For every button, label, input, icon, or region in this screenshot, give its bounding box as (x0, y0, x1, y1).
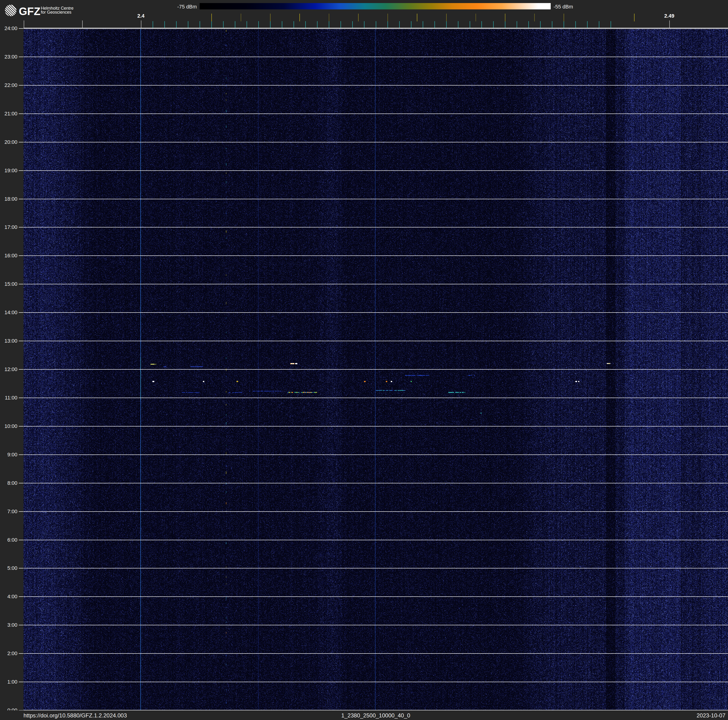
time-axis-label: 3:00 (0, 622, 17, 628)
freq-minor-tick-teal (610, 21, 611, 28)
freq-minor-tick-teal (517, 21, 517, 28)
time-axis-tick (19, 426, 23, 426)
freq-minor-tick-teal (470, 21, 470, 28)
time-axis-label: 24:00 (0, 25, 17, 32)
freq-peak-tick-yellow (387, 14, 388, 21)
time-axis-tick (19, 199, 23, 199)
time-axis-tick (19, 312, 23, 313)
freq-minor-tick-teal (200, 21, 200, 28)
time-axis-tick (19, 653, 23, 654)
freq-minor-tick-teal (246, 21, 247, 28)
freq-minor-tick-teal (446, 21, 447, 28)
time-axis-tick (19, 369, 23, 370)
freq-minor-tick-teal (493, 21, 494, 28)
freq-axis-label: 2.4 (130, 13, 151, 19)
time-axis-label: 18:00 (0, 196, 17, 202)
logo-name-line2: for Geosciences (41, 10, 73, 14)
freq-peak-tick-yellow (358, 14, 359, 21)
logo-acronym: GFZ (19, 5, 40, 18)
freq-minor-tick-teal (434, 21, 435, 28)
freq-minor-tick-teal (352, 21, 353, 28)
time-axis-tick (19, 142, 23, 142)
freq-minor-tick-teal (528, 21, 529, 28)
freq-minor-tick-teal (341, 21, 341, 28)
freq-minor-tick-teal (564, 21, 564, 28)
freq-peak-tick-yellow (564, 14, 564, 21)
time-axis-tick (19, 227, 23, 227)
colorbar-min-label: -75 dBm (162, 4, 197, 10)
freq-peak-tick-yellow (505, 14, 505, 21)
time-axis-tick (19, 341, 23, 341)
freq-minor-tick-teal (599, 21, 599, 28)
freq-minor-tick-teal (540, 21, 541, 28)
freq-minor-tick-teal (270, 21, 271, 28)
time-axis-label: 12:00 (0, 366, 17, 372)
freq-minor-tick-teal (223, 21, 223, 28)
freq-peak-tick-yellow (241, 14, 241, 21)
time-axis-label: 8:00 (0, 480, 17, 486)
footer-bar: 1_2380_2500_10000_40_0 https://doi.org/1… (0, 710, 728, 720)
time-axis-tick (19, 568, 23, 568)
freq-minor-tick-teal (482, 21, 482, 28)
colorbar-max-label: -55 dBm (554, 4, 601, 10)
time-axis-label: 19:00 (0, 167, 17, 174)
time-axis-label: 21:00 (0, 111, 17, 117)
freq-minor-tick-teal (411, 21, 411, 28)
time-axis-label: 17:00 (0, 224, 17, 230)
time-axis-tick (19, 256, 23, 256)
colorbar-gradient (200, 3, 551, 9)
time-axis-tick (19, 85, 23, 86)
gfz-logo-icon (5, 5, 17, 16)
spectrogram-canvas (23, 28, 728, 710)
time-axis-label: 6:00 (0, 537, 17, 543)
freq-peak-tick-yellow (476, 14, 476, 21)
time-axis-tick (19, 170, 23, 171)
frequency-axis-baseline (23, 28, 728, 28)
time-axis-label: 2:00 (0, 650, 17, 657)
time-axis-label: 22:00 (0, 82, 17, 88)
freq-minor-tick-teal (387, 21, 388, 28)
freq-minor-tick-teal (329, 21, 329, 28)
freq-minor-tick-teal (294, 21, 294, 28)
freq-minor-tick-teal (399, 21, 400, 28)
freq-minor-tick-teal (211, 21, 212, 28)
freq-peak-tick-yellow (300, 14, 300, 21)
dataset-id-text: 1_2380_2500_10000_40_0 (23, 712, 728, 719)
time-axis-tick (19, 57, 23, 57)
time-axis-tick (19, 483, 23, 483)
time-axis-tick (19, 596, 23, 597)
freq-major-tick (141, 20, 141, 28)
freq-minor-tick-teal (552, 21, 552, 28)
time-axis-tick (19, 284, 23, 284)
freq-minor-tick-teal (575, 21, 576, 28)
freq-axis-label: 2.49 (659, 13, 680, 19)
time-axis-tick (19, 625, 23, 625)
freq-minor-tick-teal (235, 21, 235, 28)
freq-minor-tick-teal (376, 21, 376, 28)
logo-institute-name: Helmholtz Centre for Geosciences (41, 6, 73, 14)
freq-peak-tick-yellow (534, 14, 535, 21)
freq-minor-tick-teal (317, 21, 318, 28)
freq-peak-tick-yellow (329, 14, 329, 21)
freq-peak-tick-yellow (634, 14, 635, 21)
time-axis-label: 15:00 (0, 281, 17, 287)
time-axis-tick (19, 398, 23, 398)
time-axis-label: 20:00 (0, 139, 17, 145)
freq-peak-tick-yellow (417, 14, 417, 21)
time-axis-label: 11:00 (0, 395, 17, 401)
freq-peak-tick-yellow (211, 14, 212, 21)
freq-minor-tick-teal (423, 21, 423, 28)
time-axis-label: 4:00 (0, 594, 17, 600)
freq-minor-tick-teal (505, 21, 505, 28)
freq-minor-tick-teal (282, 21, 282, 28)
time-axis-tick (19, 682, 23, 682)
freq-minor-tick-teal (364, 21, 364, 28)
freq-peak-tick-yellow (446, 14, 447, 21)
time-axis-label: 5:00 (0, 565, 17, 571)
freq-peak-tick-yellow (270, 14, 271, 21)
freq-minor-tick-teal (176, 21, 177, 28)
time-axis-tick (19, 511, 23, 512)
freq-major-tick (669, 20, 670, 28)
freq-minor-tick-teal (258, 21, 259, 28)
freq-minor-tick-teal (587, 21, 587, 28)
